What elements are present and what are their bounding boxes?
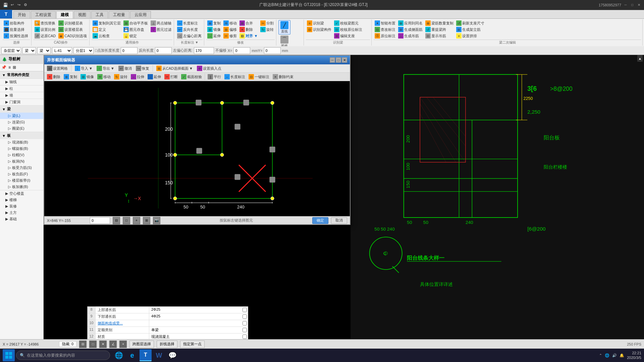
x-input[interactable]	[233, 47, 250, 54]
snap-cam-icon[interactable]: 📷	[153, 217, 160, 224]
minimize-btn[interactable]: ─	[623, 3, 628, 7]
tree-item-slab-rebar-f[interactable]: ▷ 板负筋(F)	[0, 171, 43, 177]
tree-item-foundation[interactable]: ▶ 基础	[0, 216, 43, 222]
snap-rect-icon[interactable]: ⊟	[113, 217, 120, 224]
set-arrange-btn[interactable]: ≡设置拼排	[455, 33, 485, 39]
reverse-input[interactable]	[155, 47, 172, 54]
tree-group-header-common[interactable]: ▼ 常用构件类型	[0, 71, 43, 78]
arc-draw-btn[interactable]: ⌒ 弧线	[278, 35, 290, 46]
angle-icon[interactable]: ∠	[109, 341, 117, 348]
restore-cad-btn[interactable]: ↺还原CAD	[34, 33, 57, 39]
element-type-select[interactable]: 梁	[22, 47, 36, 54]
prop-check-9[interactable]	[241, 313, 248, 320]
tree-item-slab-floor[interactable]: ▷ 楼层板带(I)	[0, 177, 43, 184]
tree-group-header-beam[interactable]: ▼ 梁	[0, 106, 43, 113]
snap-plus-icon[interactable]: +	[133, 217, 140, 224]
snap-rect2-icon[interactable]: ⊟	[79, 341, 87, 348]
layer-num-select[interactable]: 分层1	[73, 47, 94, 54]
tree-item-wall[interactable]: ▶ 墙	[0, 92, 43, 99]
undo-btn[interactable]: ↩ 撤消	[117, 65, 133, 71]
one-key-mark-btn[interactable]: ⊟ 一键标注	[247, 74, 271, 80]
tree-item-axis[interactable]: ▶ 轴线	[0, 79, 43, 85]
export-btn[interactable]: ↑ 导出 ▼	[95, 65, 116, 71]
tree-item-slab-spiral[interactable]: ▷ 螺旋板(B)	[0, 145, 43, 152]
section-check-btn[interactable]: ✓ 截面校验	[180, 74, 203, 80]
check-beam-btn[interactable]: ✓校核梁图元	[333, 20, 363, 26]
set-grid-btn[interactable]: ⊞ 设置网格	[46, 65, 69, 71]
taskbar-search-box[interactable]: 🔍 在这里输入你要搜索的内容	[16, 351, 110, 360]
snap-grid-icon[interactable]: ⊞	[143, 217, 150, 224]
tab-cloud[interactable]: 云应用	[130, 11, 151, 18]
reverse-length-btn[interactable]: ↩反向长度	[176, 26, 203, 33]
prop-name-9[interactable]: 下部通长筋	[96, 313, 149, 320]
gen-side-bar-btn[interactable]: ⊞生成侧面筋	[397, 26, 424, 33]
snap-sq2-icon[interactable]: □	[89, 341, 97, 348]
mirror-btn[interactable]: ⊞镜像	[206, 26, 222, 33]
tree-group-header-slab[interactable]: ▼ 板	[0, 132, 43, 139]
delete-modify-btn[interactable]: ✕删除	[238, 26, 259, 33]
identify-beam-btn[interactable]: ≡识别梁	[306, 20, 332, 26]
dialog-canvas[interactable]: 200 100 150 50 50 240	[44, 81, 350, 216]
check-mark-btn[interactable]: ⊟查改标注	[374, 26, 396, 33]
tab-build[interactable]: 建模	[56, 11, 73, 18]
identify-beam-elem-btn[interactable]: ⊟识别梁构件	[306, 26, 332, 33]
y-input[interactable]	[264, 47, 281, 54]
taskbar-app-ie[interactable]: e	[126, 349, 138, 361]
lock-btn[interactable]: 🔒锁定	[122, 33, 149, 39]
offset-btn[interactable]: ⊞偏移	[222, 26, 238, 33]
apply-same-btn[interactable]: ⊕应用到同名	[397, 20, 424, 26]
polyline-btn[interactable]: 折线选择	[157, 341, 177, 348]
gen-hanger-btn[interactable]: ⊥生成吊筋	[397, 33, 424, 39]
import-btn[interactable]: ↓ 导入 ▼	[73, 65, 94, 71]
refresh-support-btn[interactable]: ↺刷新支座尺寸	[455, 20, 485, 26]
copy-to-floor-btn[interactable]: ⊕复制到其它层	[92, 20, 122, 26]
align-btn[interactable]: ⊟对齐 ▼	[238, 33, 259, 39]
restore-btn[interactable]: □	[630, 3, 635, 7]
prop-check-8[interactable]	[241, 307, 248, 313]
snap-sq-icon[interactable]: □	[123, 217, 130, 224]
copy-beam-count-btn[interactable]: ⊕梁筋数量复制	[424, 20, 454, 26]
tree-item-hollow[interactable]: ▶ 空心楼盖	[0, 190, 43, 197]
sidebar-grid-icon[interactable]: ⊞	[12, 64, 17, 70]
sidebar-pin-icon[interactable]: 📌	[1, 64, 7, 70]
split-btn[interactable]: ✂分割	[259, 20, 275, 26]
point-add-input[interactable]	[121, 47, 138, 54]
copy2-btn[interactable]: ⊕ 复制	[62, 74, 78, 80]
mirror2-btn[interactable]: ⊞ 镜像	[79, 74, 95, 80]
element-id-select[interactable]: L-41	[52, 47, 72, 54]
systray-network[interactable]: 🌐	[605, 353, 609, 358]
tree-item-decor[interactable]: ▶ 装修	[0, 203, 43, 209]
tree-item-beam-L[interactable]: ▷ 梁(L)	[0, 113, 43, 119]
systray-arrow[interactable]: ⌃	[599, 353, 602, 358]
show-hanger-btn[interactable]: ⊟显示吊筋	[424, 33, 454, 39]
cancel-btn[interactable]: 取消	[331, 217, 347, 224]
redo-btn[interactable]: ↪ 恢复	[135, 65, 151, 71]
taskbar-start-btn[interactable]	[3, 349, 15, 361]
cad-recog-btn[interactable]: ◈CAD识别选项	[57, 33, 88, 39]
line-draw-btn[interactable]: ╱ 直线	[278, 20, 290, 35]
dialog-value-input[interactable]	[90, 217, 110, 224]
plus-icon[interactable]: +	[119, 341, 127, 348]
edit-support-btn[interactable]: ⊞编辑支座	[333, 33, 363, 39]
trim2-btn[interactable]: ✂ 打断	[163, 74, 179, 80]
dialog-min-btn[interactable]: ─	[330, 57, 335, 63]
left-offset-input[interactable]	[194, 47, 214, 54]
taskbar-app-gtj[interactable]: T	[140, 349, 152, 361]
trim-btn[interactable]: ✂修剪	[222, 33, 238, 39]
layer-select[interactable]: 杂层层	[1, 47, 21, 54]
copy-modify-btn[interactable]: ⊕复制	[206, 20, 222, 26]
taskbar-app-wechat[interactable]: 💬	[166, 349, 178, 361]
from-cad-btn[interactable]: ⊞ 从CAD选择截面 ▼	[155, 65, 194, 71]
cloud-check-btn[interactable]: ☁云检查	[92, 33, 122, 39]
tab-tools[interactable]: 工具	[91, 11, 108, 18]
first-point-btn[interactable]: 指定第一点	[180, 341, 205, 348]
tab-start[interactable]: 开始	[13, 11, 30, 18]
quick-save-icon[interactable]: 💾	[3, 2, 8, 8]
auto-level-btn[interactable]: ⊞自动平齐板	[122, 20, 149, 26]
rotate-btn[interactable]: ↻旋转	[259, 26, 275, 33]
systray-volume[interactable]: 🔊	[612, 353, 617, 358]
tree-item-stairs[interactable]: ▶ 楼梯	[0, 197, 43, 203]
site-mark-btn[interactable]: Ⓐ原位标注	[374, 33, 396, 39]
pickup-btn[interactable]: ✦拾取构件	[3, 20, 29, 26]
tree-item-window[interactable]: ▶ 门窗洞	[0, 99, 43, 105]
